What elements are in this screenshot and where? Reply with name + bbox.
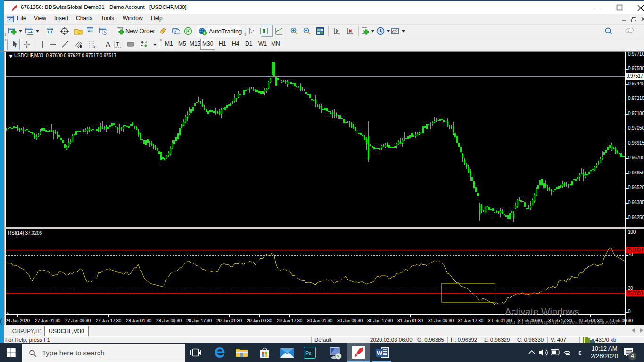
svg-text:W: W <box>377 349 383 356</box>
svg-text:Ps: Ps <box>305 350 312 356</box>
